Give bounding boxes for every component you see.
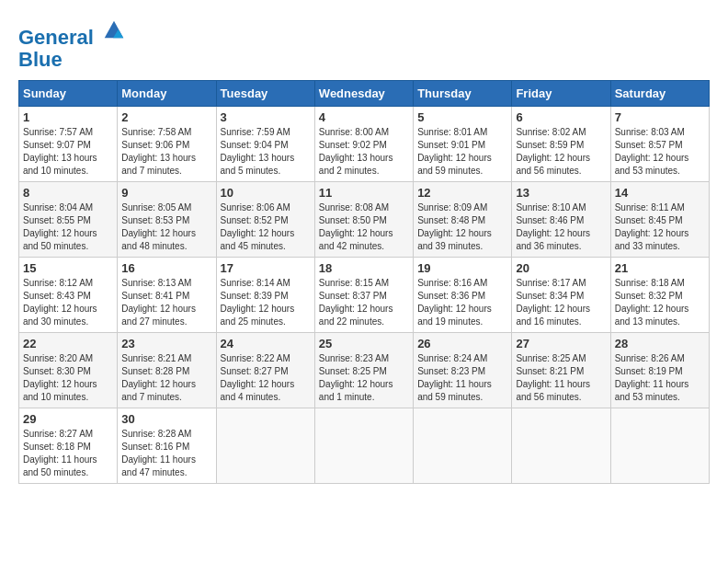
- calendar-day-17: 17Sunrise: 8:14 AMSunset: 8:39 PMDayligh…: [216, 258, 314, 333]
- calendar-day-7: 7Sunrise: 8:03 AMSunset: 8:57 PMDaylight…: [610, 107, 709, 182]
- calendar-day-1: 1Sunrise: 7:57 AMSunset: 9:07 PMDaylight…: [19, 107, 118, 182]
- calendar-day-18: 18Sunrise: 8:15 AMSunset: 8:37 PMDayligh…: [314, 258, 413, 333]
- calendar-day-22: 22Sunrise: 8:20 AMSunset: 8:30 PMDayligh…: [19, 333, 118, 408]
- calendar-week-2: 8Sunrise: 8:04 AMSunset: 8:55 PMDaylight…: [19, 182, 710, 258]
- page-header: General Blue: [18, 18, 710, 71]
- calendar-day-28: 28Sunrise: 8:26 AMSunset: 8:19 PMDayligh…: [610, 333, 709, 408]
- logo-text: General: [18, 18, 127, 49]
- weekday-header-saturday: Saturday: [610, 81, 709, 107]
- calendar-week-5: 29Sunrise: 8:27 AMSunset: 8:18 PMDayligh…: [19, 408, 710, 484]
- calendar-header-row: SundayMondayTuesdayWednesdayThursdayFrid…: [19, 81, 710, 107]
- calendar-week-4: 22Sunrise: 8:20 AMSunset: 8:30 PMDayligh…: [19, 333, 710, 408]
- empty-cell: [414, 408, 512, 484]
- weekday-header-monday: Monday: [118, 81, 216, 107]
- calendar-day-26: 26Sunrise: 8:24 AMSunset: 8:23 PMDayligh…: [414, 333, 512, 408]
- weekday-header-tuesday: Tuesday: [216, 81, 314, 107]
- calendar-day-14: 14Sunrise: 8:11 AMSunset: 8:45 PMDayligh…: [610, 182, 709, 258]
- calendar-table: SundayMondayTuesdayWednesdayThursdayFrid…: [18, 80, 710, 484]
- calendar-day-29: 29Sunrise: 8:27 AMSunset: 8:18 PMDayligh…: [19, 408, 118, 484]
- calendar-day-24: 24Sunrise: 8:22 AMSunset: 8:27 PMDayligh…: [216, 333, 314, 408]
- calendar-day-20: 20Sunrise: 8:17 AMSunset: 8:34 PMDayligh…: [512, 258, 610, 333]
- calendar-day-25: 25Sunrise: 8:23 AMSunset: 8:25 PMDayligh…: [314, 333, 413, 408]
- calendar-day-21: 21Sunrise: 8:18 AMSunset: 8:32 PMDayligh…: [610, 258, 709, 333]
- weekday-header-wednesday: Wednesday: [314, 81, 413, 107]
- calendar-week-1: 1Sunrise: 7:57 AMSunset: 9:07 PMDaylight…: [19, 107, 710, 182]
- calendar-day-12: 12Sunrise: 8:09 AMSunset: 8:48 PMDayligh…: [414, 182, 512, 258]
- calendar-day-15: 15Sunrise: 8:12 AMSunset: 8:43 PMDayligh…: [19, 258, 118, 333]
- calendar-day-23: 23Sunrise: 8:21 AMSunset: 8:28 PMDayligh…: [118, 333, 216, 408]
- empty-cell: [314, 408, 413, 484]
- calendar-day-10: 10Sunrise: 8:06 AMSunset: 8:52 PMDayligh…: [216, 182, 314, 258]
- calendar-day-4: 4Sunrise: 8:00 AMSunset: 9:02 PMDaylight…: [314, 107, 413, 182]
- calendar-day-30: 30Sunrise: 8:28 AMSunset: 8:16 PMDayligh…: [118, 408, 216, 484]
- weekday-header-thursday: Thursday: [414, 81, 512, 107]
- calendar-day-11: 11Sunrise: 8:08 AMSunset: 8:50 PMDayligh…: [314, 182, 413, 258]
- calendar-day-19: 19Sunrise: 8:16 AMSunset: 8:36 PMDayligh…: [414, 258, 512, 333]
- calendar-day-16: 16Sunrise: 8:13 AMSunset: 8:41 PMDayligh…: [118, 258, 216, 333]
- calendar-day-6: 6Sunrise: 8:02 AMSunset: 8:59 PMDaylight…: [512, 107, 610, 182]
- calendar-day-9: 9Sunrise: 8:05 AMSunset: 8:53 PMDaylight…: [118, 182, 216, 258]
- calendar-day-2: 2Sunrise: 7:58 AMSunset: 9:06 PMDaylight…: [118, 107, 216, 182]
- calendar-week-3: 15Sunrise: 8:12 AMSunset: 8:43 PMDayligh…: [19, 258, 710, 333]
- logo-blue-text: Blue: [18, 49, 127, 71]
- empty-cell: [610, 408, 709, 484]
- logo: General Blue: [18, 18, 127, 71]
- empty-cell: [216, 408, 314, 484]
- weekday-header-friday: Friday: [512, 81, 610, 107]
- calendar-day-8: 8Sunrise: 8:04 AMSunset: 8:55 PMDaylight…: [19, 182, 118, 258]
- calendar-day-3: 3Sunrise: 7:59 AMSunset: 9:04 PMDaylight…: [216, 107, 314, 182]
- calendar-day-13: 13Sunrise: 8:10 AMSunset: 8:46 PMDayligh…: [512, 182, 610, 258]
- calendar-day-5: 5Sunrise: 8:01 AMSunset: 9:01 PMDaylight…: [414, 107, 512, 182]
- logo-icon: [101, 17, 127, 42]
- empty-cell: [512, 408, 610, 484]
- calendar-day-27: 27Sunrise: 8:25 AMSunset: 8:21 PMDayligh…: [512, 333, 610, 408]
- weekday-header-sunday: Sunday: [19, 81, 118, 107]
